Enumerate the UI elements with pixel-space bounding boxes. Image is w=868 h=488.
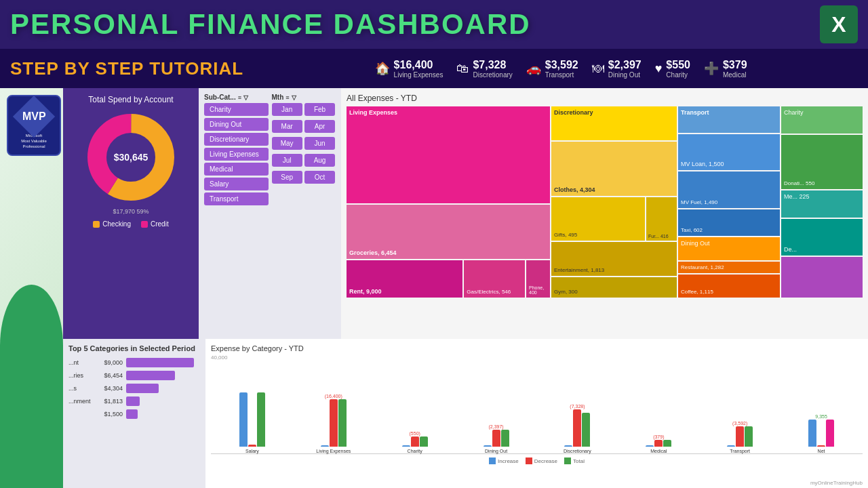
g-medical: (379) Medical (620, 434, 696, 453)
mth-header: Mth ≡ ▽ (272, 94, 336, 101)
dining-icon: 🍽 (592, 62, 604, 76)
bar-charity-increase (402, 445, 410, 447)
filter-header: Sub-Cat... ≡ ▽ Charity Dining Out Discre… (204, 94, 336, 207)
top5-row-2: ...ries $6,454 (68, 371, 200, 380)
treemap-coffee: Coffee, 1,115 (678, 274, 780, 298)
filter-icon-2[interactable]: ▽ (243, 94, 248, 101)
month-oct[interactable]: Oct (304, 171, 335, 184)
metric-label-5: Medical (723, 71, 747, 79)
bar-transport-increase (727, 445, 735, 447)
metric-label-2: Transport (545, 71, 578, 79)
main-content: MVP MicrosoftMost ValuableProfessional 3… (0, 88, 868, 488)
month-may[interactable]: May (272, 137, 302, 150)
treemap-mvloan: MV Loan, 1,500 (678, 134, 780, 170)
g-dining-bars (484, 430, 509, 447)
top5-value-3: $4,304 (92, 385, 123, 392)
bar-disc-total (582, 413, 590, 447)
sub-header: STEP BY STEP TUTORIAL 🏠 $16,400 Living E… (0, 49, 868, 88)
decrease-swatch (526, 458, 532, 464)
g-living-bars (321, 399, 347, 447)
bar-transport-decrease (736, 426, 744, 447)
bar-disc-decrease (573, 409, 581, 447)
decrease-label: Decrease (534, 458, 557, 464)
treemap-disc-col: Discretionary Clothes, 4,304 Gifts, 495 … (551, 106, 677, 298)
top5-row-4: ...nment $1,813 (68, 396, 200, 406)
filter-discretionary[interactable]: Discretionary (204, 133, 269, 146)
month-sep[interactable]: Sep (272, 171, 302, 184)
treemap-fur: Fur... 416 (646, 197, 677, 241)
g-net-bars (808, 420, 834, 447)
treemap-title: All Expenses - YTD (347, 94, 863, 103)
treemap-taxi: Taxi, 602 (678, 209, 780, 236)
g-charity-bars (402, 436, 428, 447)
treemap-panel: All Expenses - YTD Living Expenses Groce… (341, 88, 868, 339)
bar-net-decrease (817, 445, 825, 447)
bar-dining-decrease (492, 430, 500, 447)
filter-icon-1[interactable]: ≡ (238, 94, 241, 101)
legend-decrease: Decrease (526, 458, 557, 464)
metrics-row: 🏠 $16,400 Living Expenses 🛍 $7,328 Discr… (264, 59, 858, 79)
mth-filter-icon-1[interactable]: ≡ (285, 94, 289, 101)
metric-transport: 🚗 $3,592 Transport (526, 59, 578, 79)
g-label-salary: Salary (245, 449, 259, 453)
filter-medical[interactable]: Medical (204, 163, 269, 176)
total-label: Total (573, 458, 585, 464)
treemap-rent: Rent, 9,000 (347, 260, 462, 298)
metric-label-3: Dining Out (608, 71, 642, 79)
g-transport: (3,592) Transport (702, 421, 778, 453)
month-filter-col: Mth ≡ ▽ Jan Feb Mar Apr May Jun Jul (272, 94, 336, 207)
treemap-living-col: Living Expenses Groceries, 6,454 Rent, 9… (347, 106, 550, 298)
g-label-net: Net (818, 449, 825, 453)
filter-living[interactable]: Living Expenses (204, 148, 269, 161)
metric-dining: 🍽 $2,397 Dining Out (592, 59, 642, 79)
increase-label: Increase (498, 458, 519, 464)
treemap-phone: Phone, 400 (526, 260, 550, 298)
bar-living-decrease (330, 399, 338, 447)
metric-value-2: $3,592 (545, 59, 578, 71)
bar-medical-decrease (654, 440, 663, 447)
treemap-groceries: Groceries, 6,454 (347, 205, 550, 259)
month-apr[interactable]: Apr (304, 120, 335, 133)
month-jan[interactable]: Jan (272, 103, 302, 116)
month-jul[interactable]: Jul (272, 154, 302, 167)
g-living-val: (16,400) (325, 394, 342, 399)
treemap-gym: Gym, 300 (551, 277, 677, 298)
bar-charity-decrease (411, 436, 419, 447)
g-label-disc: Discretionary (564, 449, 591, 453)
medical-icon: ➕ (704, 61, 719, 76)
bar-living-increase (321, 445, 329, 447)
treemap-living: Living Expenses (347, 106, 550, 203)
top5-bar-2 (126, 371, 175, 380)
g-transport-bars (727, 426, 753, 447)
month-feb[interactable]: Feb (304, 103, 335, 116)
metric-value-0: $16,400 (394, 59, 443, 71)
left-panel: MVP MicrosoftMost ValuableProfessional 3… (0, 88, 63, 488)
page-title: PERSONAL FINANCE DASHBOARD (10, 8, 531, 41)
filter-charity[interactable]: Charity (204, 103, 269, 116)
credit-label: Credit (151, 220, 169, 228)
bar-transport-total (745, 426, 753, 447)
top5-panel: Top 5 Categories in Selected Period ...n… (63, 339, 205, 488)
g-transport-val: (3,592) (732, 421, 747, 426)
month-jun[interactable]: Jun (304, 137, 335, 150)
metric-label-1: Discretionary (473, 71, 512, 79)
bottom-row: Top 5 Categories in Selected Period ...n… (63, 339, 868, 488)
top5-value-2: $6,454 (92, 372, 123, 379)
treemap-medical-header: Me... 225 (781, 190, 863, 218)
credit-dot (141, 221, 148, 228)
mth-filter-icon-2[interactable]: ▽ (292, 94, 296, 101)
g-charity-val: (550) (410, 431, 420, 436)
g-disc-val: (7,328) (570, 404, 585, 409)
subtitle-text: STEP BY STEP TUTORIAL (10, 58, 243, 79)
month-aug[interactable]: Aug (304, 154, 335, 167)
filter-transport[interactable]: Transport (204, 192, 269, 205)
top5-row-5: $1,500 (68, 409, 200, 419)
filter-salary[interactable]: Salary (204, 178, 269, 190)
filter-dining[interactable]: Dining Out (204, 118, 269, 131)
subcat-label: Sub-Cat... (204, 94, 236, 101)
bar-medical-total (663, 440, 671, 447)
month-mar[interactable]: Mar (272, 120, 302, 133)
metric-label-0: Living Expenses (394, 71, 443, 79)
metric-value-5: $379 (723, 59, 747, 71)
charity-icon: ♥ (655, 62, 663, 76)
